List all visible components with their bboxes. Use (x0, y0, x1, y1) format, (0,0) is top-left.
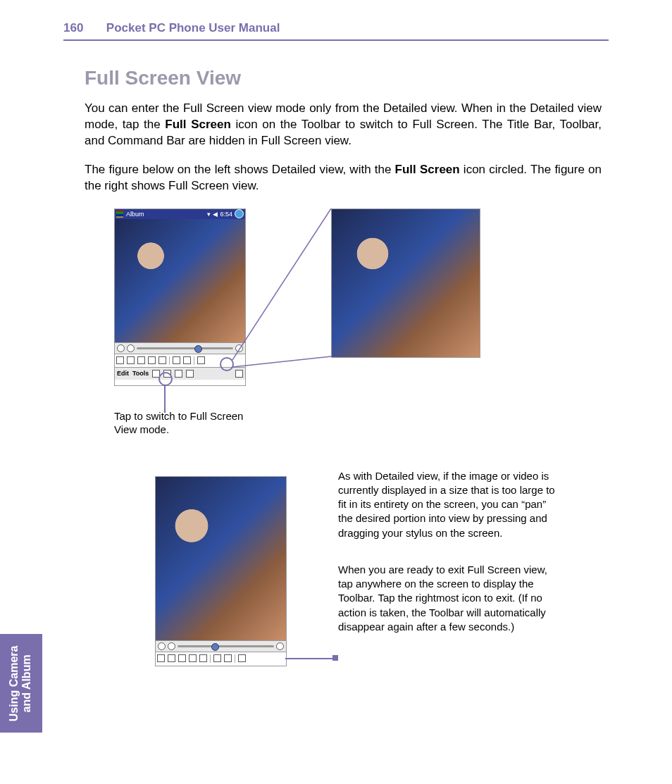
svg-line-0 (232, 209, 331, 360)
zoom-out-icon (189, 654, 197, 662)
side-tab-label: Using Cameraand Album (8, 645, 35, 721)
rotate-left-icon (213, 654, 221, 662)
text: The figure below on the left shows Detai… (85, 163, 395, 176)
close-icon (235, 209, 244, 218)
figure-row: Album ▾ ◀ 6:54 (85, 209, 602, 420)
page-header: 160 Pocket PC Phone User Manual (63, 21, 609, 41)
end-icon (235, 344, 243, 352)
end-icon (276, 642, 284, 650)
rotate-right-icon (183, 356, 191, 364)
prev-icon (157, 654, 165, 662)
zoom-fit-icon (199, 654, 207, 662)
callout-circle-cmdbar-icon (158, 372, 173, 386)
paragraph-1: You can enter the Full Screen view mode … (85, 101, 602, 149)
prev-icon (116, 356, 124, 364)
bold-text: Full Screen (165, 118, 231, 131)
zoom-fit-icon (158, 356, 166, 364)
section-side-tab: Using Cameraand Album (0, 634, 42, 733)
zoom-in-icon (178, 654, 186, 662)
stop-icon (168, 642, 175, 650)
fullscreen-icon (197, 356, 205, 364)
signal-icon: ▾ (207, 211, 211, 218)
rotate-left-icon (173, 356, 180, 364)
exit-fullscreen-icon (238, 654, 246, 662)
start-flag-icon (116, 211, 123, 218)
progress-slider (178, 645, 274, 647)
media-controls (115, 342, 245, 354)
clock-text: 6:54 (220, 211, 232, 218)
paragraph-2: The figure below on the left shows Detai… (85, 162, 602, 194)
cmd-tools: Tools (132, 370, 149, 377)
callout-leader-line (164, 385, 166, 413)
zoom-in-icon (137, 356, 145, 364)
right-column-text: As with Detailed view, if the image or v… (338, 469, 556, 657)
next-icon (127, 356, 135, 364)
rotate-right-icon (224, 654, 232, 662)
page-number: 160 (63, 21, 83, 35)
zoom-out-icon (148, 356, 156, 364)
play-icon (158, 642, 166, 650)
cmd-icon-3 (175, 370, 182, 378)
toolbar-leader-endpoint (332, 655, 338, 661)
figure-fullscreen-with-toolbar (155, 476, 287, 666)
section-heading: Full Screen View (85, 67, 602, 89)
play-icon (117, 344, 125, 352)
bold-text: Full Screen (395, 163, 460, 176)
toolbar-lower (156, 652, 286, 665)
ppc-title-bar: Album ▾ ◀ 6:54 (115, 209, 245, 219)
speaker-icon: ◀ (213, 211, 218, 218)
cmd-edit: Edit (117, 370, 129, 377)
manual-title: Pocket PC Phone User Manual (106, 21, 280, 35)
app-title: Album (126, 211, 144, 218)
paragraph-3: As with Detailed view, if the image or v… (338, 469, 556, 540)
figure-caption: Tap to switch to Full Screen View mode. (114, 409, 255, 437)
cmd-icon-4 (186, 370, 194, 378)
lower-block: As with Detailed view, if the image or v… (85, 476, 602, 709)
toolbar-leader-line (285, 658, 335, 661)
next-icon (168, 654, 175, 662)
photo-area (115, 219, 245, 342)
paragraph-4: When you are ready to exit Full Screen v… (338, 563, 556, 634)
content-area: Full Screen View You can enter the Full … (85, 67, 602, 709)
figure-fullscreen-view (331, 209, 480, 358)
svg-line-1 (232, 356, 331, 367)
sip-icon (235, 370, 243, 378)
progress-slider (137, 347, 233, 349)
stop-icon (127, 344, 135, 352)
media-controls-lower (156, 640, 286, 652)
callout-circle-fullscreen-icon (220, 357, 234, 371)
